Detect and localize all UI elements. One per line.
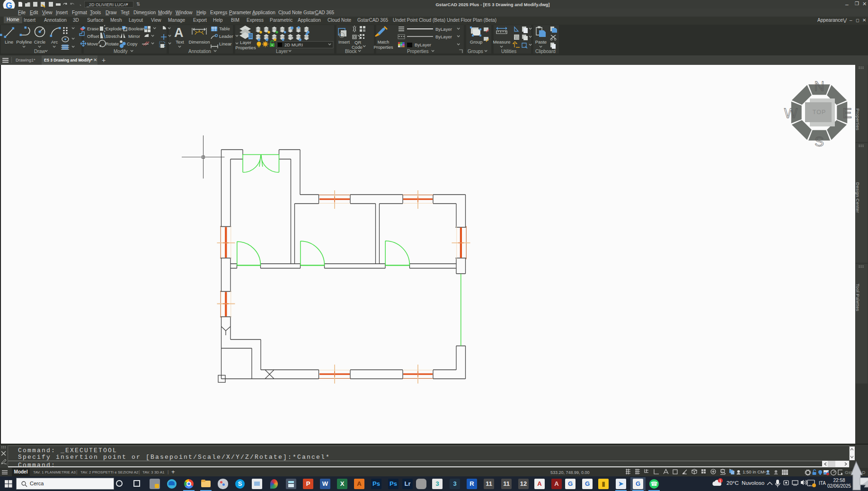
svg-text:Polyline: Polyline [16,39,32,45]
svg-text:E: E [842,105,852,121]
svg-text:Utilities: Utilities [501,49,516,54]
svg-text:Properties: Properties [407,49,429,54]
svg-text:ByLayer: ByLayer [415,42,431,47]
svg-text:Text: Text [176,39,184,45]
svg-text:Circle: Circle [34,39,45,45]
svg-text:Groups: Groups [468,49,483,54]
svg-text:Copy: Copy [127,41,137,46]
svg-text:Measure: Measure [493,39,511,45]
svg-text:Properties: Properties [373,45,393,50]
svg-text:TOP: TOP [813,109,826,116]
svg-text:Paste: Paste [535,39,547,45]
svg-text:2D MURI: 2D MURI [284,42,303,47]
svg-text:Match: Match [378,40,390,45]
svg-text:W: W [784,105,798,121]
svg-text:Leader: Leader [219,34,233,39]
svg-text:Insert: Insert [338,39,350,45]
svg-text:Boolean: Boolean [128,26,145,31]
svg-text:1: 1 [719,479,721,483]
svg-text:Arc: Arc [51,39,58,45]
svg-text:Modify: Modify [114,49,127,54]
svg-text:Offset: Offset [87,34,99,39]
svg-text:Draw: Draw [34,49,45,54]
svg-text:Rotate: Rotate [106,41,119,46]
svg-text:Annotation: Annotation [188,49,211,54]
svg-text:Group: Group [470,39,482,45]
svg-text:1:50 in CM: 1:50 in CM [743,469,764,474]
svg-text:ByLayer: ByLayer [435,27,452,32]
svg-text:Table: Table [219,26,230,31]
svg-text:G: G [6,1,12,9]
svg-text:Erase: Erase [87,26,99,31]
svg-text:A: A [174,26,184,40]
svg-text:Explode: Explode [106,26,122,31]
svg-text:Properties: Properties [235,45,256,50]
svg-text:S: S [815,134,824,149]
svg-text:ByLayer: ByLayer [435,34,452,39]
svg-text:Layer: Layer [240,40,251,45]
svg-text:Dimension: Dimension [189,39,210,45]
svg-text:Clipboard: Clipboard [535,49,556,54]
svg-text:Move: Move [87,41,98,46]
svg-text:N: N [814,78,824,94]
svg-text:Linear: Linear [219,41,231,46]
svg-text:Layer: Layer [276,49,288,54]
svg-text:Block: Block [345,49,357,54]
svg-text:Mirror: Mirror [128,34,140,39]
svg-text:Line: Line [5,39,13,45]
svg-text:Stretch: Stretch [106,34,120,39]
